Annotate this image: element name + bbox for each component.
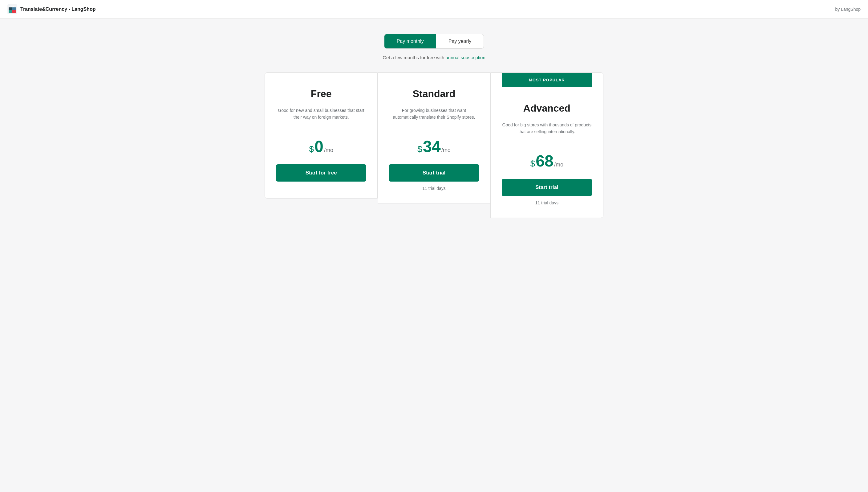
main-content: Pay monthly Pay yearly Get a few months …: [0, 19, 868, 237]
most-popular-badge: MOST POPULAR: [502, 73, 592, 87]
svg-rect-4: [9, 7, 12, 10]
price-amount-advanced: 68: [536, 153, 553, 169]
price-dollar-standard: $: [417, 144, 422, 154]
plan-name-standard: Standard: [413, 88, 455, 100]
price-period-advanced: /mo: [554, 162, 563, 168]
pricing-cards: Free Good for new and small businesses t…: [265, 72, 603, 218]
price-free: $ 0 /mo: [309, 139, 333, 154]
top-bar: Translate&Currency - LangShop by LangSho…: [0, 0, 868, 19]
price-dollar-advanced: $: [530, 159, 535, 169]
price-period-standard: /mo: [441, 147, 451, 153]
price-amount-standard: 34: [423, 139, 441, 154]
price-standard: $ 34 /mo: [417, 139, 450, 154]
billing-toggle: Pay monthly Pay yearly: [384, 34, 484, 49]
price-amount-free: 0: [315, 139, 323, 154]
plan-card-advanced: MOST POPULAR Advanced Good for big store…: [490, 72, 603, 218]
plan-card-free: Free Good for new and small businesses t…: [265, 72, 378, 199]
plan-name-advanced: Advanced: [523, 103, 571, 114]
plan-name-free: Free: [311, 88, 332, 100]
plan-description-standard: For growing businesses that want automat…: [389, 107, 479, 128]
start-free-button[interactable]: Start for free: [276, 164, 366, 181]
app-title: Translate&Currency - LangShop: [20, 6, 96, 12]
plan-description-advanced: Good for big stores with thousands of pr…: [502, 121, 592, 143]
price-period-free: /mo: [324, 147, 333, 153]
pay-monthly-button[interactable]: Pay monthly: [385, 34, 436, 48]
annual-subscription-link[interactable]: annual subscription: [446, 55, 485, 60]
top-bar-left: Translate&Currency - LangShop: [7, 4, 96, 14]
plan-card-standard: Standard For growing businesses that wan…: [378, 72, 490, 203]
by-label: by LangShop: [835, 7, 861, 12]
trial-text-standard: 11 trial days: [422, 186, 445, 191]
plan-description-free: Good for new and small businesses that s…: [276, 107, 366, 128]
price-advanced: $ 68 /mo: [530, 153, 563, 169]
start-trial-standard-button[interactable]: Start trial: [389, 164, 479, 181]
price-dollar-free: $: [309, 144, 314, 154]
billing-subtitle: Get a few months for free with annual su…: [383, 55, 485, 60]
start-trial-advanced-button[interactable]: Start trial: [502, 179, 592, 196]
trial-text-advanced: 11 trial days: [535, 200, 558, 205]
app-icon: [7, 4, 17, 14]
pay-yearly-button[interactable]: Pay yearly: [436, 34, 484, 48]
